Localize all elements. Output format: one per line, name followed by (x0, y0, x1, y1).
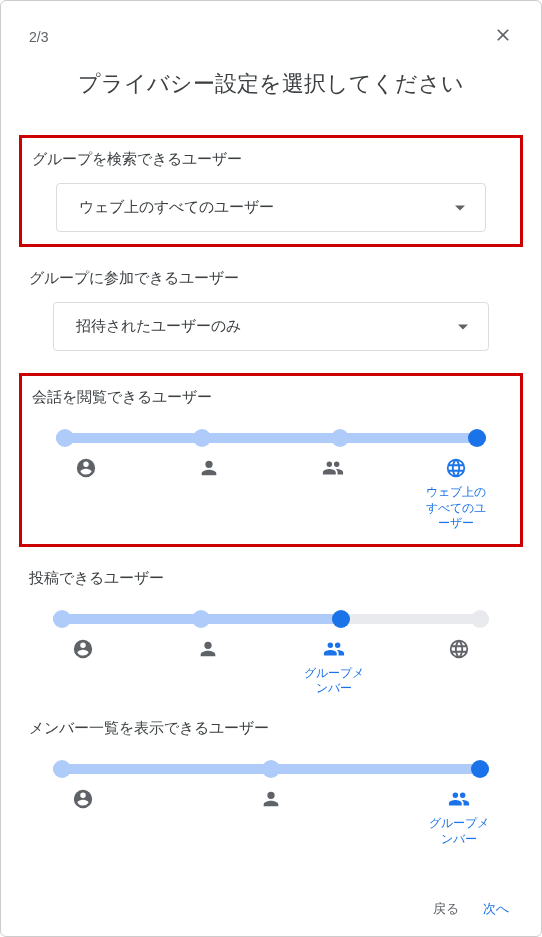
group-icon (322, 457, 344, 479)
members-slider[interactable] (53, 764, 489, 774)
members-option-manager (241, 788, 301, 847)
globe-icon (448, 638, 470, 660)
view-selected-caption: ウェブ上のすべてのユーザー (426, 485, 486, 532)
section-post-label: 投稿できるユーザー (29, 569, 513, 588)
section-members: メンバー一覧を表示できるユーザー (29, 719, 513, 847)
post-node-3[interactable] (471, 610, 489, 628)
section-view: 会話を閲覧できるユーザー (19, 373, 523, 547)
section-members-label: メンバー一覧を表示できるユーザー (29, 719, 513, 738)
close-button[interactable] (493, 25, 513, 49)
view-option-owner (56, 457, 116, 532)
dialog-footer: 戻る 次へ (29, 888, 513, 918)
join-select[interactable]: 招待されたユーザーのみ (53, 302, 489, 351)
next-button[interactable]: 次へ (483, 900, 509, 918)
section-join: グループに参加できるユーザー 招待されたユーザーのみ (29, 269, 513, 351)
user-circle-icon (72, 638, 94, 660)
view-option-members (303, 457, 363, 532)
group-icon (448, 788, 470, 810)
user-icon (260, 788, 282, 810)
search-select-value: ウェブ上のすべてのユーザー (79, 198, 274, 217)
post-selected-caption: グループメンバー (304, 666, 364, 697)
post-option-owner (53, 638, 113, 697)
privacy-settings-dialog: 2/3 プライバシー設定を選択してください グループを検索できるユーザー ウェブ… (0, 0, 542, 937)
members-selected-caption: グループメンバー (429, 816, 489, 847)
section-view-label: 会話を閲覧できるユーザー (32, 388, 510, 407)
user-circle-icon (75, 457, 97, 479)
section-search-label: グループを検索できるユーザー (32, 150, 510, 169)
members-option-owner (53, 788, 113, 847)
dialog-title: プライバシー設定を選択してください (29, 69, 513, 99)
join-select-value: 招待されたユーザーのみ (76, 317, 241, 336)
group-icon (323, 638, 345, 660)
section-join-label: グループに参加できるユーザー (29, 269, 513, 288)
section-search: グループを検索できるユーザー ウェブ上のすべてのユーザー (19, 135, 523, 247)
post-slider[interactable] (53, 614, 489, 624)
user-icon (198, 457, 220, 479)
view-option-manager (179, 457, 239, 532)
user-icon (197, 638, 219, 660)
close-icon (493, 25, 513, 45)
search-select[interactable]: ウェブ上のすべてのユーザー (56, 183, 486, 232)
post-option-web (429, 638, 489, 697)
post-option-members: グループメンバー (304, 638, 364, 697)
section-post: 投稿できるユーザー (29, 569, 513, 697)
dialog-header: 2/3 (29, 25, 513, 49)
post-option-manager (178, 638, 238, 697)
members-option-members: グループメンバー (429, 788, 489, 847)
globe-icon (445, 457, 467, 479)
back-button[interactable]: 戻る (433, 900, 459, 918)
step-indicator: 2/3 (29, 29, 48, 45)
view-option-web: ウェブ上のすべてのユーザー (426, 457, 486, 532)
user-circle-icon (72, 788, 94, 810)
view-slider[interactable] (56, 433, 486, 443)
